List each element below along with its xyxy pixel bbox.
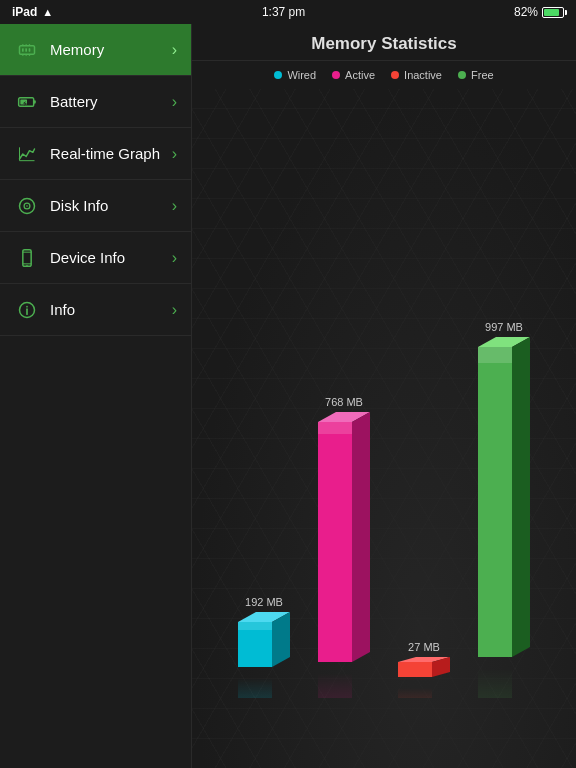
svg-rect-11 [34, 100, 36, 103]
active-dot [332, 71, 340, 79]
legend-inactive: Inactive [391, 69, 442, 81]
legend-free-label: Free [471, 69, 494, 81]
status-bar: iPad ▲ 1:37 pm 82% [0, 0, 576, 24]
legend-active-label: Active [345, 69, 375, 81]
svg-point-24 [26, 305, 28, 307]
inactive-dot [391, 71, 399, 79]
sidebar-label-battery: Battery [50, 93, 172, 110]
bars-container: 192 MB [238, 321, 530, 708]
svg-marker-43 [478, 668, 512, 698]
sidebar-item-battery[interactable]: Battery › [0, 76, 191, 128]
svg-marker-34 [318, 673, 352, 698]
main-content: Memory › Battery › [0, 24, 576, 768]
bar-inactive-reflection [398, 688, 450, 698]
sidebar-item-disk[interactable]: Disk Info › [0, 180, 191, 232]
right-panel: Memory Statistics Wired Active Inactive … [192, 24, 576, 768]
bar-wired-3d [238, 612, 290, 677]
legend-wired-label: Wired [287, 69, 316, 81]
chevron-device-icon: › [172, 249, 177, 267]
sidebar-label-device: Device Info [50, 249, 172, 266]
bar-inactive-3d [398, 657, 450, 687]
battery-sidebar-icon [14, 89, 40, 115]
sidebar-item-realtime[interactable]: Real-time Graph › [0, 128, 191, 180]
battery-percent: 82% [514, 5, 538, 19]
svg-rect-1 [22, 48, 24, 51]
sidebar-label-disk: Disk Info [50, 197, 172, 214]
bar-free: 997 MB [478, 321, 530, 698]
svg-marker-28 [238, 622, 272, 630]
sidebar-label-info: Info [50, 301, 172, 318]
battery-icon [542, 7, 564, 18]
bar-active-label: 768 MB [325, 396, 363, 408]
sidebar-item-info[interactable]: Info › [0, 284, 191, 336]
svg-rect-2 [25, 48, 27, 51]
wired-dot [274, 71, 282, 79]
bar-free-reflection [478, 668, 530, 698]
svg-marker-41 [512, 337, 530, 657]
svg-marker-29 [238, 678, 272, 698]
device-icon [14, 245, 40, 271]
svg-marker-35 [398, 662, 432, 677]
chevron-battery-icon: › [172, 93, 177, 111]
bar-wired: 192 MB [238, 596, 290, 698]
device-name: iPad [12, 5, 37, 19]
chevron-info-icon: › [172, 301, 177, 319]
bar-active: 768 MB [318, 396, 370, 698]
sidebar-label-memory: Memory [50, 41, 172, 58]
sidebar-label-realtime: Real-time Graph [50, 145, 172, 162]
bar-wired-reflection [238, 678, 290, 698]
legend-active: Active [332, 69, 375, 81]
chevron-memory-icon: › [172, 41, 177, 59]
free-dot [458, 71, 466, 79]
disk-icon [14, 193, 40, 219]
svg-point-17 [26, 205, 28, 207]
bar-active-3d [318, 412, 370, 672]
wifi-icon: ▲ [42, 6, 53, 18]
svg-marker-33 [318, 422, 352, 434]
legend-free: Free [458, 69, 494, 81]
svg-marker-32 [352, 412, 370, 662]
svg-marker-39 [478, 347, 512, 657]
chevron-disk-icon: › [172, 197, 177, 215]
panel-title: Memory Statistics [192, 24, 576, 61]
legend-inactive-label: Inactive [404, 69, 442, 81]
status-time: 1:37 pm [262, 5, 305, 19]
bar-inactive-label: 27 MB [408, 641, 440, 653]
graph-icon [14, 141, 40, 167]
bar-free-3d [478, 337, 530, 667]
sidebar-item-device[interactable]: Device Info › [0, 232, 191, 284]
bar-active-reflection [318, 673, 370, 698]
chart-legend: Wired Active Inactive Free [192, 61, 576, 89]
bar-free-label: 997 MB [485, 321, 523, 333]
bar-inactive: 27 MB [398, 641, 450, 698]
status-left: iPad ▲ [12, 5, 53, 19]
svg-marker-30 [318, 422, 352, 662]
memory-icon [14, 37, 40, 63]
svg-marker-38 [398, 688, 432, 698]
svg-point-21 [26, 264, 27, 265]
legend-wired: Wired [274, 69, 316, 81]
chevron-realtime-icon: › [172, 145, 177, 163]
status-right: 82% [514, 5, 564, 19]
svg-marker-42 [478, 347, 512, 363]
sidebar: Memory › Battery › [0, 24, 192, 768]
sidebar-item-memory[interactable]: Memory › [0, 24, 191, 76]
svg-rect-3 [29, 48, 31, 51]
bar-wired-label: 192 MB [245, 596, 283, 608]
chart-area: 192 MB [192, 89, 576, 768]
info-icon [14, 297, 40, 323]
